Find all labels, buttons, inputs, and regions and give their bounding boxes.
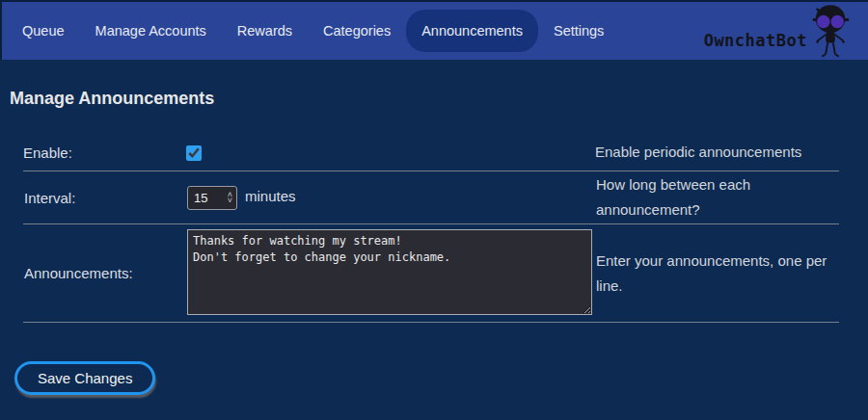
enable-row: Enable: Enable periodic announcements <box>23 134 839 171</box>
enable-help-text: Enable periodic announcements <box>595 134 839 171</box>
interval-help-text: How long between each announcement? <box>595 171 839 224</box>
save-changes-button[interactable]: Save Changes <box>14 361 155 395</box>
robot-icon <box>808 3 853 59</box>
top-navbar: Queue Manage Accounts Rewards Categories… <box>0 0 868 60</box>
interval-input-box: ˄˅ <box>187 186 237 210</box>
tab-settings[interactable]: Settings <box>538 10 619 52</box>
number-spinner-icon[interactable]: ˄˅ <box>228 192 232 203</box>
interval-input[interactable] <box>188 191 215 205</box>
tab-announcements[interactable]: Announcements <box>406 10 538 52</box>
page-title: Manage Announcements <box>10 89 868 109</box>
tab-rewards[interactable]: Rewards <box>222 10 308 52</box>
enable-label: Enable: <box>23 134 186 171</box>
announcements-label: Announcements: <box>23 224 186 323</box>
announcements-textarea[interactable] <box>187 229 592 315</box>
announcements-form: Enable: Enable periodic announcements In… <box>23 134 839 323</box>
interval-unit-label: minutes <box>245 188 296 204</box>
announcements-help-text: Enter your announcements, one per line. <box>595 224 839 323</box>
tab-queue[interactable]: Queue <box>7 10 80 52</box>
nav-tabs: Queue Manage Accounts Rewards Categories… <box>2 10 619 52</box>
interval-row: Interval: ˄˅ minutes How long between ea… <box>23 171 839 224</box>
enable-checkbox[interactable] <box>186 145 202 161</box>
tab-manage-accounts[interactable]: Manage Accounts <box>80 10 222 52</box>
app-logo: OwnchatBot <box>704 3 868 59</box>
announcements-row: Announcements: Enter your announcements,… <box>23 224 839 323</box>
logo-text: OwnchatBot <box>704 31 807 50</box>
tab-categories[interactable]: Categories <box>308 10 406 52</box>
interval-label: Interval: <box>23 171 186 224</box>
